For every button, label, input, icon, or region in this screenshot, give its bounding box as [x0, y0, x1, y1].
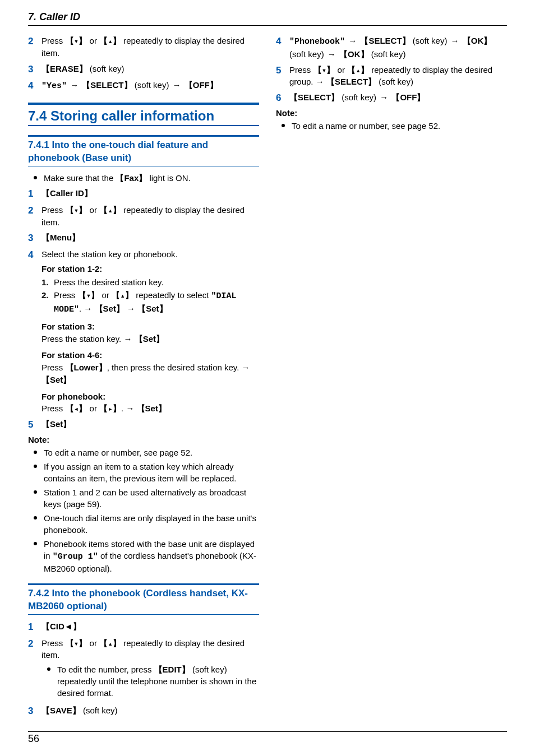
step-number: 4	[276, 35, 289, 48]
step-text: 【ERASE】 (soft key)	[41, 63, 259, 75]
step-text: 【SAVE】 (soft key)	[41, 704, 259, 717]
step-text: Press the desired station key.	[54, 276, 164, 289]
step-text: 【Caller ID】	[41, 187, 259, 200]
step-text: 【Menu】	[41, 231, 259, 244]
step-text: 【CID◄】	[41, 620, 259, 633]
note-list: To edit a name or number, see page 52. I…	[28, 447, 259, 574]
bullet-item: Phonebook items stored with the base uni…	[28, 538, 259, 574]
step-number: 2	[28, 35, 41, 48]
step-text: Press 【▼】 or 【▲】 repeatedly to display t…	[289, 64, 507, 89]
bullet-item: To edit the number, press 【EDIT】 (soft k…	[41, 664, 259, 699]
step-number: 1.	[41, 276, 54, 289]
page-footer: 56	[28, 731, 507, 745]
bullet-list: To edit the number, press 【EDIT】 (soft k…	[41, 664, 259, 699]
step-number: 1	[28, 187, 41, 201]
bullet-item: To edit a name or number, see page 52.	[28, 447, 259, 458]
subsection-title: 7.4.2 Into the phonebook (Cordless hands…	[28, 585, 259, 615]
rule-icon	[28, 103, 259, 105]
step-text: Press 【◄】 or 【►】. → 【Set】	[41, 402, 259, 415]
content-columns: 2 Press 【▼】 or 【▲】 repeatedly to display…	[28, 31, 507, 721]
bullet-item: Station 1 and 2 can be used alternativel…	[28, 486, 259, 510]
chapter-num: 7.	[28, 11, 36, 22]
step-text: Press 【▼】 or 【▲】 repeatedly to display t…	[41, 204, 259, 229]
step-number: 4	[28, 248, 41, 262]
step-number: 6	[276, 91, 289, 105]
step-text: Press 【▼】 or 【▲】 repeatedly to display t…	[41, 35, 259, 59]
step-1c: 1 【CID◄】	[28, 620, 259, 634]
step-5r: 5 Press 【▼】 or 【▲】 repeatedly to display…	[276, 64, 507, 89]
page-number: 56	[28, 733, 39, 744]
rule-icon	[28, 125, 259, 126]
note-heading: Note:	[276, 108, 507, 118]
note-list: To edit a name or number, see page 52.	[276, 120, 507, 132]
step-number: 2	[28, 637, 41, 651]
step-text: Select the station key or phonebook. For…	[41, 248, 259, 415]
step-4r: 4 "Phonebook" → 【SELECT】 (soft key) → 【O…	[276, 35, 507, 61]
step-text: Press the station key. → 【Set】	[41, 333, 259, 345]
step-5b: 5 【Set】	[28, 418, 259, 432]
step-number: 3	[28, 231, 41, 245]
step-2: 2 Press 【▼】 or 【▲】 repeatedly to display…	[28, 35, 259, 59]
step-4: 4 "Yes" → 【SELECT】 (soft key) → 【OFF】	[28, 79, 259, 92]
nested-step: 1. Press the desired station key.	[41, 276, 259, 289]
step-number: 4	[28, 79, 41, 92]
step-3b: 3 【Menu】	[28, 231, 259, 245]
step-number: 2.	[41, 289, 54, 316]
step-6r: 6 【SELECT】 (soft key) → 【OFF】	[276, 91, 507, 105]
subsection-title: 7.4.1 Into the one-touch dial feature an…	[28, 137, 259, 166]
step-4b: 4 Select the station key or phonebook. F…	[28, 248, 259, 415]
step-2c: 2 Press 【▼】 or 【▲】 repeatedly to display…	[28, 637, 259, 702]
sub-heading: For station 1-2:	[41, 263, 259, 275]
bullet-item: To edit a name or number, see page 52.	[276, 120, 507, 132]
step-number: 3	[28, 63, 41, 76]
step-number: 5	[276, 64, 289, 77]
bullet-item: One-touch dial items are only displayed …	[28, 512, 259, 536]
step-3c: 3 【SAVE】 (soft key)	[28, 704, 259, 718]
step-2b: 2 Press 【▼】 or 【▲】 repeatedly to display…	[28, 204, 259, 229]
step-text: "Phonebook" → 【SELECT】 (soft key) → 【OK】…	[289, 35, 507, 61]
chapter-title: Caller ID	[39, 11, 80, 22]
step-text: 【Set】	[41, 418, 259, 430]
step-3: 3 【ERASE】 (soft key)	[28, 63, 259, 76]
right-column: 4 "Phonebook" → 【SELECT】 (soft key) → 【O…	[276, 31, 507, 721]
sub-heading: For phonebook:	[41, 391, 259, 403]
pre-bullets: Make sure that the 【Fax】 light is ON.	[28, 172, 259, 184]
step-text: Press 【▼】 or 【▲】 repeatedly to select "D…	[54, 289, 259, 316]
note-heading: Note:	[28, 435, 259, 444]
sub-heading: For station 3:	[41, 321, 259, 333]
step-number: 5	[28, 418, 41, 432]
nested-step: 2. Press 【▼】 or 【▲】 repeatedly to select…	[41, 289, 259, 316]
step-1: 1 【Caller ID】	[28, 187, 259, 201]
left-column: 2 Press 【▼】 or 【▲】 repeatedly to display…	[28, 31, 259, 721]
page-header: 7. Caller ID	[28, 11, 507, 26]
step-number: 1	[28, 620, 41, 634]
sub-heading: For station 4-6:	[41, 349, 259, 361]
step-text: Press 【▼】 or 【▲】 repeatedly to display t…	[41, 637, 259, 702]
step-text: 【SELECT】 (soft key) → 【OFF】	[289, 91, 507, 104]
section-7-4: 7.4 Storing caller information	[28, 103, 259, 126]
bullet-item: Make sure that the 【Fax】 light is ON.	[28, 172, 259, 184]
step-text: "Yes" → 【SELECT】 (soft key) → 【OFF】	[41, 79, 259, 92]
step-number: 3	[28, 704, 41, 718]
section-title: 7.4 Storing caller information	[28, 108, 259, 124]
bullet-item: If you assign an item to a station key w…	[28, 461, 259, 484]
step-text: Press 【Lower】, then press the desired st…	[41, 361, 259, 386]
step-number: 2	[28, 204, 41, 217]
